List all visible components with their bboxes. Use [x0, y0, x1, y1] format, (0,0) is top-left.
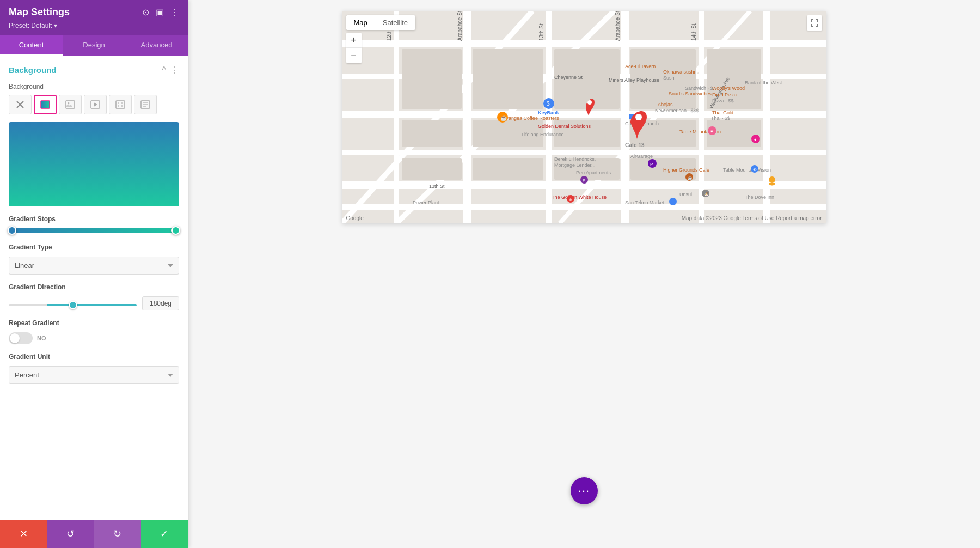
svg-text:14th St: 14th St: [691, 23, 697, 41]
svg-text:Arapahoe St: Arapahoe St: [457, 11, 463, 41]
gradient-direction-value[interactable]: 180deg: [142, 296, 179, 310]
svg-text:♥: ♥: [710, 129, 713, 134]
gradient-stop-right[interactable]: [171, 226, 180, 235]
bg-type-gradient[interactable]: [34, 95, 57, 114]
svg-text:Pangea Coffee Roasters: Pangea Coffee Roasters: [505, 115, 559, 121]
settings-icon[interactable]: ⊙: [142, 7, 149, 17]
preset-label[interactable]: Preset: Default ▾: [9, 22, 57, 29]
svg-text:Higher Grounds Cafe: Higher Grounds Cafe: [663, 167, 709, 173]
gradient-type-select[interactable]: LinearRadialConic: [9, 257, 179, 275]
svg-text:The Golden White House: The Golden White House: [552, 194, 607, 200]
svg-text:⊕: ⊕: [569, 198, 572, 202]
svg-text:San Telmo Market: San Telmo Market: [625, 200, 665, 205]
fab-icon: ···: [578, 484, 590, 498]
svg-text:Cheyenne St: Cheyenne St: [554, 75, 583, 80]
section-background: Background ^ ⋮: [9, 65, 179, 75]
toggle-knob: [10, 333, 20, 343]
svg-text:Woody's Wood: Woody's Wood: [712, 86, 745, 91]
repeat-gradient-toggle[interactable]: [9, 332, 33, 344]
svg-point-4: [68, 102, 70, 104]
svg-text:Ace-Hi Tavern: Ace-Hi Tavern: [625, 64, 656, 69]
sidebar-content: Background ^ ⋮ Background: [0, 56, 188, 520]
collapse-icon[interactable]: ^: [162, 65, 166, 75]
svg-text:Power Plant: Power Plant: [413, 200, 439, 205]
layout-icon[interactable]: ▣: [156, 7, 164, 17]
map-widget[interactable]: Map Satellite + −: [342, 11, 826, 223]
map-tab-satellite[interactable]: Satellite: [375, 15, 415, 30]
redo-icon: ↻: [113, 528, 121, 540]
svg-text:Miners Alley Playhouse: Miners Alley Playhouse: [609, 77, 659, 83]
bg-type-selector: [9, 95, 179, 114]
svg-rect-2: [41, 101, 50, 108]
gradient-unit-select[interactable]: PercentPixel: [9, 366, 179, 384]
map-type-tabs: Map Satellite: [346, 15, 416, 30]
more-icon[interactable]: ⋮: [170, 7, 179, 17]
repeat-gradient-status: NO: [37, 335, 46, 342]
svg-point-83: [635, 114, 642, 120]
svg-text:Fired Pizza: Fired Pizza: [712, 92, 737, 98]
map-zoom-in[interactable]: +: [346, 33, 362, 48]
svg-text:Cafe 13: Cafe 13: [625, 142, 645, 148]
bg-type-image[interactable]: [59, 95, 82, 114]
bg-type-video[interactable]: [84, 95, 107, 114]
gradient-direction-row: 180deg: [9, 296, 179, 310]
settings-panel: Map Settings ⊙ ▣ ⋮ Preset: Default ▾ Con…: [0, 0, 188, 548]
undo-icon: ↺: [66, 528, 75, 540]
svg-text:Abejas: Abejas: [658, 102, 673, 107]
svg-text:Arapahoe St: Arapahoe St: [615, 11, 621, 41]
repeat-gradient-toggle-row: NO: [9, 332, 179, 344]
undo-button[interactable]: ↺: [47, 520, 94, 548]
tab-design[interactable]: Design: [63, 35, 125, 56]
gradient-unit-label: Gradient Unit: [9, 353, 179, 361]
gradient-direction-slider[interactable]: [9, 304, 137, 306]
gradient-stops-track[interactable]: [9, 228, 179, 233]
gradient-type-section: Gradient Type LinearRadialConic: [9, 243, 179, 275]
svg-marker-6: [94, 103, 97, 107]
svg-text:KeyBank: KeyBank: [538, 110, 560, 115]
gradient-stops-label: Gradient Stops: [9, 215, 179, 223]
svg-text:13th St: 13th St: [429, 184, 445, 189]
svg-text:Lifelong Endurance: Lifelong Endurance: [522, 132, 564, 137]
svg-text:👁: 👁: [753, 168, 757, 172]
map-expand-button[interactable]: [807, 15, 822, 31]
gradient-preview[interactable]: [9, 122, 179, 206]
tab-advanced[interactable]: Advanced: [125, 35, 188, 56]
bg-type-mask[interactable]: [134, 95, 157, 114]
redo-button[interactable]: ↻: [94, 520, 141, 548]
gradient-type-label: Gradient Type: [9, 243, 179, 251]
svg-text:Mortgage Lender...: Mortgage Lender...: [554, 162, 596, 168]
bg-type-pattern[interactable]: [109, 95, 132, 114]
svg-text:☕: ☕: [688, 175, 693, 180]
svg-rect-35: [402, 158, 462, 180]
map-canvas: 12th St Arapahoe St 13th St Arapahoe St …: [342, 11, 826, 223]
bg-type-none[interactable]: [9, 95, 32, 114]
svg-text:Sandwich · $: Sandwich · $: [685, 86, 713, 91]
svg-text:Thai · $$: Thai · $$: [711, 115, 730, 121]
gradient-unit-section: Gradient Unit PercentPixel: [9, 353, 179, 384]
svg-rect-29: [402, 120, 462, 147]
gradient-stop-left[interactable]: [8, 226, 16, 235]
svg-text:Bank of the West: Bank of the West: [745, 80, 782, 86]
section-controls: ^ ⋮: [162, 65, 179, 75]
save-button[interactable]: ✓: [141, 520, 188, 548]
svg-text:New American · $$$: New American · $$$: [655, 108, 699, 113]
main-content: Map Satellite + −: [188, 0, 980, 548]
svg-text:P: P: [650, 162, 653, 167]
svg-text:Unsui: Unsui: [679, 192, 692, 197]
svg-point-97: [769, 176, 775, 183]
section-menu-icon[interactable]: ⋮: [170, 65, 179, 75]
gradient-stops-track-container[interactable]: [9, 228, 179, 233]
svg-text:🍜: 🍜: [704, 192, 709, 197]
svg-text:Thai Gold: Thai Gold: [712, 110, 733, 115]
repeat-gradient-label: Repeat Gradient: [9, 319, 179, 327]
sidebar-header: Map Settings ⊙ ▣ ⋮ Preset: Default ▾: [0, 0, 188, 35]
map-zoom-out[interactable]: −: [346, 48, 362, 63]
svg-text:Pizza · $$: Pizza · $$: [712, 98, 734, 103]
gradient-stops-section: Gradient Stops: [9, 215, 179, 233]
map-tab-map[interactable]: Map: [346, 15, 375, 30]
map-zoom-controls: + −: [346, 33, 362, 63]
cancel-button[interactable]: ✕: [0, 520, 47, 548]
fab-button[interactable]: ···: [571, 477, 598, 504]
svg-text:☕: ☕: [500, 114, 507, 121]
tab-content[interactable]: Content: [0, 35, 63, 56]
